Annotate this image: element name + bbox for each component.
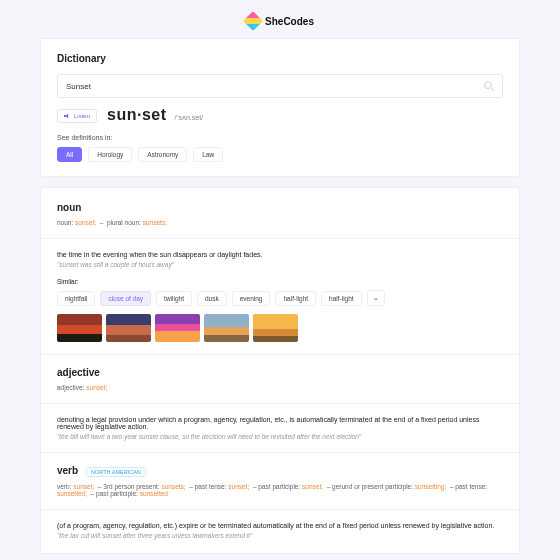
definitions-card: noun noun: sunset; – plural noun: sunset… [40,187,520,554]
similar-chip[interactable]: close of day [100,291,151,306]
pos-noun: noun [57,202,503,213]
divider [41,354,519,355]
definition-filters: All Horology Astronomy Law [57,147,503,162]
headword: sun·set [107,106,167,124]
thumbnail[interactable] [253,314,298,342]
filter-all[interactable]: All [57,147,82,162]
filter-law[interactable]: Law [193,147,223,162]
divider [41,452,519,453]
verb-example: "the tax cut will sunset after three yea… [57,532,503,539]
brand-name: SheCodes [265,16,314,27]
adjective-definition: denoting a legal provision under which a… [57,416,503,430]
listen-label: Listen [74,113,90,119]
similar-chip[interactable]: nightfall [57,291,95,306]
chevron-down-icon: ⌄ [373,294,379,301]
similar-chip[interactable]: dusk [197,291,227,306]
image-thumbnails [57,314,503,342]
search-input[interactable] [66,82,484,91]
pronunciation: /ˈsʌn.set/ [175,114,204,122]
adjective-forms: adjective: sunset; [57,384,503,391]
similar-chip[interactable]: evening [232,291,271,306]
thumbnail[interactable] [106,314,151,342]
verb-forms: verb: sunset; – 3rd person present: suns… [57,483,503,497]
see-definitions-label: See definitions in: [57,134,503,141]
thumbnail[interactable] [57,314,102,342]
region-tag: NORTH AMERICAN [86,467,146,477]
search-icon[interactable] [484,81,494,91]
thumbnail[interactable] [204,314,249,342]
similar-chips: nightfall close of day twilight dusk eve… [57,290,503,306]
noun-definition: the time in the evening when the sun dis… [57,251,503,258]
verb-definition: (of a program, agency, regulation, etc.)… [57,522,503,529]
logo-mark-icon [243,11,263,31]
listen-button[interactable]: Listen [57,109,97,123]
pos-adjective: adjective [57,367,503,378]
filter-horology[interactable]: Horology [88,147,132,162]
similar-chip[interactable]: twilight [156,291,192,306]
divider [41,238,519,239]
similar-chip[interactable]: half-light [321,291,362,306]
noun-example: "sunset was still a couple of hours away… [57,261,503,268]
divider [41,509,519,510]
sound-icon [64,113,70,119]
brand-logo: SheCodes [40,14,520,28]
page-title: Dictionary [57,53,503,64]
search-field[interactable] [57,74,503,98]
similar-label: Similar: [57,278,503,285]
divider [41,403,519,404]
noun-forms: noun: sunset; – plural noun: sunsets; [57,219,503,226]
pos-verb-row: verb NORTH AMERICAN [57,465,503,477]
adjective-example: "the bill will have a two-year sunset cl… [57,433,503,440]
filter-astronomy[interactable]: Astronomy [138,147,187,162]
pos-verb: verb [57,465,78,476]
search-card: Dictionary Listen sun·set /ˈsʌn.set/ See… [40,38,520,177]
thumbnail[interactable] [155,314,200,342]
similar-more[interactable]: ⌄ [367,290,385,306]
similar-chip[interactable]: half-light [275,291,316,306]
